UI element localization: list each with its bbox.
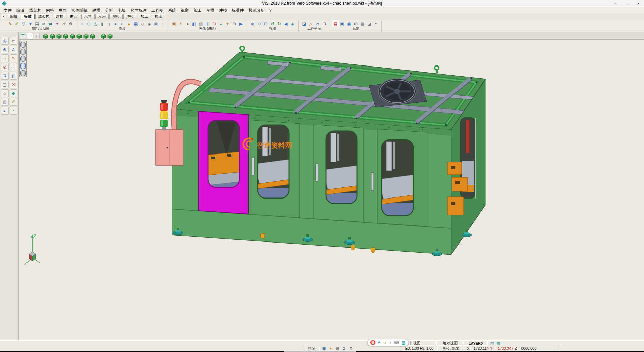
brush-properties-icon[interactable]: ✐ bbox=[14, 20, 20, 27]
workplane-xy-icon[interactable]: ◪ bbox=[301, 20, 307, 27]
workplane-align-icon[interactable]: ▱ bbox=[314, 20, 321, 27]
view-iso-icon[interactable] bbox=[42, 33, 48, 39]
ime-mic-icon[interactable]: ♪ bbox=[389, 340, 391, 345]
menu-item[interactable]: 视窗 bbox=[178, 7, 191, 13]
shadow-icon[interactable]: ◑ bbox=[184, 20, 191, 27]
menu-item[interactable]: ? bbox=[267, 7, 274, 13]
color-palette-icon[interactable]: ▦ bbox=[332, 20, 339, 27]
sketch-icon[interactable]: ✎ bbox=[10, 54, 17, 62]
workplane-new-icon[interactable]: △ bbox=[308, 20, 314, 27]
blank-view-icon[interactable]: □ bbox=[27, 33, 33, 39]
tab-overflow-button[interactable]: ▼ bbox=[1, 14, 6, 19]
angle-icon[interactable]: ∠ bbox=[10, 46, 17, 53]
select-filter-5-icon[interactable] bbox=[20, 70, 26, 76]
ribbon-tab[interactable]: 塑模 bbox=[109, 14, 123, 19]
texture-icon[interactable]: ▨ bbox=[198, 20, 204, 27]
ribbon-tab[interactable]: 加工 bbox=[138, 14, 151, 19]
point-icon[interactable]: ⊕ bbox=[1, 46, 9, 53]
timer-icon[interactable]: ◔ bbox=[10, 107, 17, 115]
menu-item[interactable]: 工程图 bbox=[149, 7, 166, 13]
zoom-out-icon[interactable]: ⊖ bbox=[256, 20, 262, 27]
menu-item[interactable]: 电极 bbox=[115, 7, 128, 13]
torch-icon[interactable]: ✦ bbox=[328, 346, 334, 351]
workplane-toggle-icon[interactable]: ⊡ bbox=[321, 20, 327, 27]
capture-icon[interactable]: ⊞ bbox=[231, 20, 237, 27]
lighting-icon[interactable]: ☀ bbox=[177, 20, 184, 27]
ghost-view-icon[interactable]: ◌ bbox=[159, 20, 166, 27]
ribbon-tab[interactable]: 编辑 bbox=[7, 14, 20, 19]
cylinder-hollow-icon[interactable]: ▯ bbox=[106, 20, 112, 27]
ime-logo-icon[interactable]: S bbox=[370, 340, 375, 345]
split-view-icon[interactable]: ◫ bbox=[34, 33, 40, 39]
section-icon[interactable]: ⊟ bbox=[211, 20, 217, 27]
menu-item[interactable]: 尺寸标注 bbox=[128, 7, 149, 13]
ribbon-tab[interactable]: 曲面 bbox=[67, 14, 80, 19]
view-back-icon[interactable] bbox=[56, 33, 62, 39]
view-iso2-icon[interactable] bbox=[89, 33, 95, 39]
view-shaded-icon[interactable] bbox=[107, 33, 113, 39]
ribbon-tab[interactable]: 模流 bbox=[152, 14, 165, 19]
view-bottom-icon[interactable] bbox=[83, 33, 89, 39]
snap-icon[interactable]: ◎ bbox=[1, 37, 9, 45]
solid-icon[interactable]: ◆ bbox=[10, 89, 17, 97]
environment-icon[interactable]: ◒ bbox=[218, 20, 224, 27]
rotate-left-icon[interactable]: ↺ bbox=[269, 20, 276, 27]
select-filter-1-icon[interactable] bbox=[20, 42, 26, 48]
filter-icon[interactable]: ▽ bbox=[20, 20, 27, 27]
menu-item[interactable]: 网格 bbox=[44, 7, 56, 13]
animation-icon[interactable]: ▶ bbox=[238, 20, 244, 27]
iso-view-icon[interactable]: ◈ bbox=[289, 20, 296, 27]
hatch-icon[interactable]: ▧ bbox=[1, 98, 9, 106]
view-rotate-icon[interactable] bbox=[100, 33, 106, 39]
menu-item[interactable]: 标准件 bbox=[229, 7, 246, 13]
link-attributes-icon[interactable]: ∞ bbox=[41, 20, 47, 27]
zoom-fit-icon[interactable]: ⊞ bbox=[263, 20, 269, 27]
menu-item[interactable]: 线架构 bbox=[27, 7, 44, 13]
ime-keyboard-icon[interactable]: ⌨ bbox=[393, 340, 399, 345]
menu-item[interactable]: 曲面 bbox=[56, 7, 69, 13]
minimize-button[interactable]: − bbox=[610, 0, 621, 7]
select-filter-3-icon[interactable] bbox=[20, 56, 26, 62]
info-icon[interactable]: ◓ bbox=[373, 20, 379, 27]
view-right-icon[interactable] bbox=[69, 33, 75, 39]
rectangle-icon[interactable]: ▭ bbox=[10, 63, 17, 71]
count-badge[interactable]: 2 bbox=[341, 346, 347, 351]
circle-center-icon[interactable]: ⊙ bbox=[86, 20, 92, 27]
menu-item[interactable]: 实体编辑 bbox=[69, 7, 90, 13]
annotate-icon[interactable]: ✐ bbox=[10, 98, 17, 106]
screen-icon[interactable]: ▣ bbox=[321, 346, 327, 351]
edit-properties-icon[interactable]: ✎ bbox=[7, 20, 13, 27]
maximize-button[interactable]: □ bbox=[621, 0, 633, 7]
ribbon-tab[interactable]: 尺寸 bbox=[81, 14, 95, 19]
snapshot-icon[interactable]: ▣ bbox=[171, 20, 177, 27]
previous-view-icon[interactable]: ◀ bbox=[283, 20, 289, 27]
ribbon-tab[interactable]: 建模 bbox=[53, 14, 66, 19]
trim-icon[interactable]: ✂ bbox=[10, 37, 17, 45]
menu-item[interactable]: 塑模 bbox=[204, 7, 217, 13]
layer-cell[interactable]: LAYER0 bbox=[464, 341, 488, 346]
menu-item[interactable]: 编辑 bbox=[14, 7, 27, 13]
torus-icon[interactable]: ◎ bbox=[92, 20, 99, 27]
mirror-view-icon[interactable]: ◫ bbox=[204, 20, 211, 27]
view-list-icon[interactable]: ☰ bbox=[20, 33, 26, 39]
globe-icon[interactable]: ◉ bbox=[346, 20, 352, 27]
matrix-icon[interactable]: ▩ bbox=[359, 20, 366, 27]
select-filter-2-icon[interactable] bbox=[20, 49, 26, 55]
cone-icon[interactable]: ▲ bbox=[126, 20, 132, 27]
layer-colors-icon[interactable]: ▤ bbox=[489, 341, 495, 346]
delete-point-icon[interactable]: ⊗ bbox=[1, 63, 9, 71]
grid-toggle-icon[interactable]: ▦ bbox=[496, 341, 502, 346]
ime-toolbox-icon[interactable]: ▦ bbox=[402, 340, 406, 345]
menu-item[interactable]: 模流分析 bbox=[246, 7, 267, 13]
cylinder-icon[interactable]: ▮ bbox=[99, 20, 105, 27]
view-mode-cell[interactable]: 绝对视图 bbox=[437, 341, 464, 346]
ribbon-tab[interactable]: 应用 bbox=[95, 14, 109, 19]
sphere-shaded-icon[interactable]: ● bbox=[112, 20, 119, 27]
play-icon[interactable]: ▸ bbox=[1, 107, 9, 115]
render-icon[interactable]: ✦ bbox=[224, 20, 231, 27]
slope-icon[interactable]: ◢ bbox=[366, 20, 372, 27]
close-button[interactable]: × bbox=[633, 0, 644, 7]
menu-item[interactable]: 建模 bbox=[90, 7, 103, 13]
view-left-icon[interactable] bbox=[62, 33, 68, 39]
menu-item[interactable]: 分析 bbox=[103, 7, 115, 13]
